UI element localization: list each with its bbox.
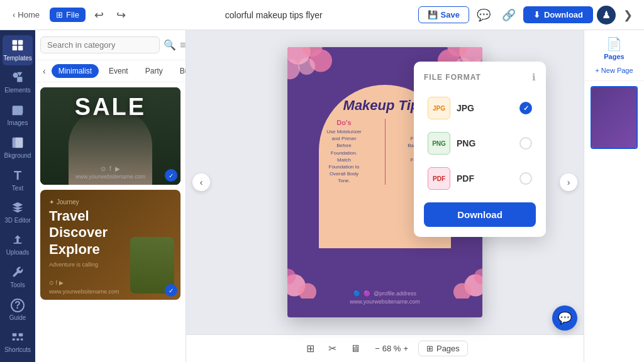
pages-button[interactable]: ⊞ Pages (418, 341, 468, 356)
monitor-button[interactable]: 🖥 (346, 340, 365, 358)
facebook-icon: 🔵 (353, 290, 360, 297)
sale-card-badge: ✓ (165, 169, 177, 182)
svg-rect-14 (13, 339, 15, 341)
flower-top-left-decoration (287, 47, 338, 97)
sidebar-item-tools[interactable]: Tools (3, 262, 33, 292)
sidebar-item-guide[interactable]: ? Guide (3, 295, 33, 325)
format-option-jpg[interactable]: JPG JPG (424, 92, 536, 124)
sidebar-item-elements[interactable]: Elements (3, 68, 33, 98)
home-button[interactable]: ‹ Home (8, 8, 45, 22)
left-sidebar: Templates Elements Images Bkground T Tex… (0, 30, 35, 362)
user-avatar[interactable]: ♟ (597, 6, 616, 25)
sidebar-item-label: 3D Editor (4, 217, 31, 224)
flyer-bottom-info: 🔵 🟣 @profile.address www.yourwebsitename… (287, 290, 482, 305)
text-icon: T (14, 168, 21, 183)
sidebar-item-templates[interactable]: Templates (3, 35, 33, 65)
zoom-display: − 68 % + (370, 342, 413, 355)
dropdown-title: FILE FORMAT (424, 73, 481, 82)
pdf-format-name: PDF (457, 173, 513, 184)
info-icon[interactable]: ℹ (532, 72, 536, 83)
format-option-pdf[interactable]: PDF PDF (424, 162, 536, 195)
svg-point-21 (298, 58, 315, 75)
png-icon-box: PNG (428, 132, 450, 155)
redo-button[interactable]: ↪ (113, 6, 130, 25)
flyer-column-divider (385, 119, 386, 185)
chat-bubble-button[interactable]: 💬 (552, 305, 577, 331)
jpg-radio[interactable] (519, 102, 532, 114)
flyer-website: www.yourwebsitename.com (350, 299, 420, 305)
flyer-dos-label: Do's (336, 119, 351, 126)
document-title: colorful makeup tips flyer (135, 10, 413, 20)
sidebar-item-shortcuts[interactable]: Shortcuts (3, 327, 33, 357)
right-sidebar-header: 📄 Pages + New Page (584, 30, 644, 81)
sidebar-item-background[interactable]: Bkground (3, 133, 33, 163)
svg-rect-15 (16, 339, 19, 341)
list-view-icon[interactable]: ≡ (180, 40, 186, 51)
png-label: PNG (432, 140, 446, 147)
flyer-social-row: 🔵 🟣 @profile.address (353, 290, 416, 297)
svg-point-8 (14, 108, 16, 110)
sidebar-item-text[interactable]: T Text (3, 165, 33, 195)
template-card-sale[interactable]: SALE ⊙f▶ www.yourwebsitename.com ✓ (40, 87, 180, 185)
sidebar-item-3d[interactable]: 3D Editor (3, 197, 33, 228)
tag-bus[interactable]: Bus (173, 64, 186, 78)
jpg-icon-box: JPG (428, 97, 450, 119)
svg-rect-0 (13, 40, 18, 44)
travel-website: www.yourwebsitename.com (49, 288, 119, 295)
download-icon: ⬇ (533, 10, 540, 19)
dropdown-header: FILE FORMAT ℹ (424, 72, 536, 83)
png-radio[interactable] (519, 137, 532, 150)
download-button[interactable]: ⬇ Download (523, 6, 593, 23)
pdf-label: PDF (433, 175, 445, 182)
download-format-button[interactable]: Download (424, 202, 536, 227)
pages-icon: ⊞ (426, 344, 433, 353)
save-button[interactable]: 💾 Save (418, 6, 469, 23)
flyer-social-handle: @profile.address (374, 290, 416, 297)
sidebar-item-label: Shortcuts (4, 346, 31, 353)
pages-header-icon: 📄 (606, 36, 622, 52)
png-format-name: PNG (457, 138, 513, 148)
canvas-area: ‹ (186, 30, 584, 362)
chevron-left-icon: ‹ (13, 10, 15, 19)
instagram-icon: 🟣 (364, 290, 370, 297)
save-icon: 💾 (428, 10, 438, 19)
top-navigation: ‹ Home ⊞ File ↩ ↪ colorful makeup tips f… (0, 0, 644, 30)
tag-minimalist[interactable]: Minimalist (52, 64, 99, 78)
search-icon[interactable]: 🔍 (164, 39, 176, 51)
svg-rect-13 (19, 333, 23, 336)
travel-card-badge: ✓ (165, 284, 177, 297)
file-icon: ⊞ (56, 10, 63, 19)
expand-button[interactable]: ❯ (619, 6, 636, 25)
svg-rect-5 (17, 77, 22, 82)
sidebar-item-uploads[interactable]: Uploads (3, 230, 33, 260)
crop-tool-button[interactable]: ✂ (324, 339, 341, 358)
windows-view-button[interactable]: ⊞ (302, 339, 319, 358)
undo-button[interactable]: ↩ (91, 6, 108, 25)
file-button[interactable]: ⊞ File (50, 8, 86, 22)
tags-prev-button[interactable]: ‹ (40, 65, 48, 77)
sidebar-item-images[interactable]: Images (3, 100, 33, 130)
page-thumb-content (592, 87, 636, 148)
svg-rect-1 (18, 40, 23, 44)
new-page-button[interactable]: + New Page (591, 64, 636, 77)
sidebar-item-label: Guide (9, 314, 26, 321)
template-tags-bar: ‹ Minimalist Event Party Bus › ⊞ (35, 60, 186, 82)
svg-rect-3 (18, 46, 23, 51)
comment-button[interactable]: 💬 (473, 6, 494, 25)
canvas-prev-button[interactable]: ‹ (192, 173, 210, 191)
format-option-png[interactable]: PNG PNG (424, 127, 536, 160)
topnav-left: ‹ Home ⊞ File ↩ ↪ (8, 6, 130, 25)
zoom-out-button[interactable]: − (375, 344, 380, 353)
tag-event[interactable]: Event (102, 64, 135, 78)
canvas-next-button[interactable]: › (560, 173, 577, 191)
search-input[interactable] (40, 36, 160, 53)
zoom-in-button[interactable]: + (403, 344, 408, 353)
template-card-travel[interactable]: ✦ Journey TravelDiscoverExplore Adventur… (40, 190, 180, 300)
pdf-radio[interactable] (519, 172, 532, 185)
main-layout: Templates Elements Images Bkground T Tex… (0, 30, 644, 362)
sidebar-item-label: Templates (3, 55, 32, 62)
page-thumbnail-1[interactable] (591, 86, 638, 149)
share-button[interactable]: 🔗 (498, 6, 519, 25)
svg-rect-16 (21, 339, 23, 341)
tag-party[interactable]: Party (138, 64, 170, 78)
